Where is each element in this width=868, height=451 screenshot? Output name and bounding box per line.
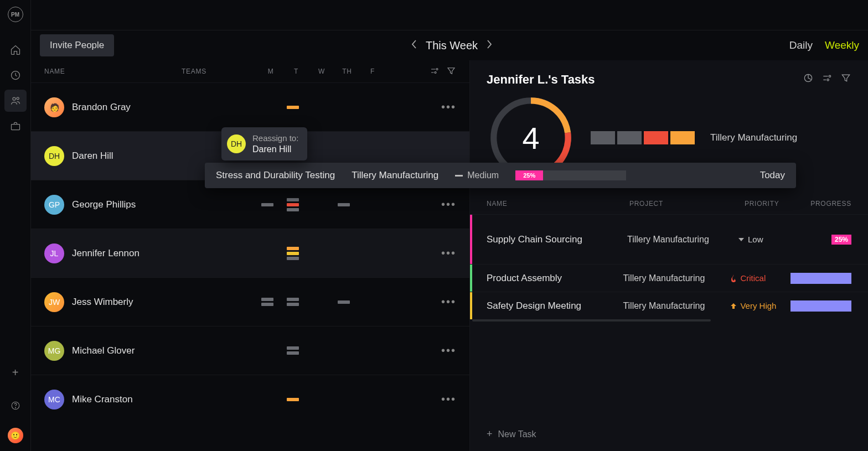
avatar: GP — [44, 195, 64, 215]
task-detail-panel: Jennifer L.'s Tasks — [469, 60, 868, 451]
next-period[interactable] — [485, 39, 493, 52]
svg-point-2 — [17, 97, 19, 100]
nav-recent[interactable] — [4, 64, 27, 86]
invite-button[interactable]: Invite People — [40, 34, 114, 56]
drag-task-progress: 25% — [515, 170, 626, 180]
person-row[interactable]: JL Jennifer Lennon ••• — [31, 229, 469, 277]
view-weekly[interactable]: Weekly — [825, 39, 859, 51]
drag-task-name: Stress and Durability Testing — [216, 170, 335, 181]
people-panel: NAME TEAMS M T W TH F — [31, 60, 469, 451]
reassign-tooltip: DH Reassign to: Daren Hill — [221, 127, 307, 160]
task-row[interactable]: Product Assembly Tillery Manufacturing C… — [470, 264, 868, 292]
people-icon — [10, 95, 21, 106]
user-avatar[interactable]: 🙂 — [8, 428, 23, 443]
svg-point-5 — [15, 407, 16, 408]
task-priority: Critical — [730, 273, 790, 283]
row-more[interactable]: ••• — [441, 198, 456, 211]
dash-icon — [455, 175, 463, 177]
mini-bars — [591, 131, 695, 144]
avatar: JL — [44, 243, 64, 263]
task-project: Tillery Manufacturing — [623, 301, 730, 311]
col-day-t: T — [283, 68, 309, 75]
nav-rail: PM + 🙂 — [0, 0, 31, 451]
row-more[interactable]: ••• — [441, 344, 456, 357]
task-project: Tillery Manufacturing — [627, 235, 738, 245]
person-name: Daren Hill — [72, 151, 183, 162]
person-name: Mike Cranston — [72, 394, 183, 405]
settings-icon[interactable] — [822, 72, 833, 86]
new-task-button[interactable]: + New Task — [470, 417, 868, 451]
tooltip-label: Reassign to: — [252, 133, 298, 144]
row-more[interactable]: ••• — [441, 296, 456, 308]
filter-icon[interactable] — [840, 72, 851, 86]
toolbar: Invite People This Week Daily Weekly — [31, 30, 868, 60]
plus-icon: + — [487, 428, 493, 440]
task-row[interactable]: Safety Design Meeting Tillery Manufactur… — [470, 292, 868, 319]
nav-people[interactable] — [4, 90, 27, 112]
nav-help[interactable] — [4, 395, 27, 417]
task-project: Tillery Manufacturing — [623, 273, 730, 283]
person-row[interactable]: MC Mike Cranston ••• — [31, 375, 469, 423]
task-priority: Low — [738, 235, 800, 244]
new-task-label: New Task — [498, 429, 536, 439]
drag-task-project: Tillery Manufacturing — [352, 170, 438, 181]
flame-icon — [730, 274, 737, 282]
col-day-th: TH — [334, 68, 360, 75]
avatar: 🧑 — [44, 97, 64, 117]
nav-home[interactable] — [4, 39, 27, 61]
chevron-left-icon — [410, 39, 418, 49]
col-day-w: W — [309, 68, 334, 75]
nav-projects[interactable] — [4, 115, 27, 137]
person-row[interactable]: 🧑 Brandon Gray ••• — [31, 82, 469, 131]
person-name: Jess Wimberly — [72, 297, 183, 308]
svg-rect-3 — [11, 125, 19, 130]
drag-task-due: Today — [760, 170, 785, 181]
detail-title: Jennifer L.'s Tasks — [487, 72, 803, 87]
view-daily[interactable]: Daily — [789, 39, 813, 51]
avatar: DH — [44, 146, 64, 166]
task-priority: Very High — [730, 301, 790, 310]
home-icon — [10, 44, 21, 55]
avatar: MG — [44, 341, 64, 361]
svg-point-6 — [436, 68, 438, 70]
avatar: DH — [227, 134, 246, 153]
row-more[interactable]: ••• — [441, 393, 456, 406]
filter-icon[interactable] — [446, 66, 456, 77]
chevron-down-icon — [738, 237, 745, 242]
drag-task-priority: Medium — [455, 170, 499, 180]
row-more[interactable]: ••• — [441, 247, 456, 260]
row-more[interactable]: ••• — [441, 101, 456, 113]
briefcase-icon — [10, 121, 21, 132]
clock-icon — [10, 70, 21, 81]
col-task-progress: PROGRESS — [804, 200, 851, 208]
col-task-priority: PRIORITY — [745, 200, 800, 208]
prev-period[interactable] — [410, 39, 418, 52]
help-icon — [11, 401, 20, 411]
summary-project: Tillery Manufacturing — [710, 132, 797, 143]
chevron-right-icon — [485, 39, 493, 49]
svg-point-9 — [829, 75, 830, 77]
task-name: Product Assembly — [487, 273, 623, 284]
settings-icon[interactable] — [430, 66, 440, 77]
person-row[interactable]: MG Michael Glover ••• — [31, 326, 469, 375]
task-name: Safety Design Meeting — [487, 300, 623, 312]
task-progress: 25% — [831, 235, 851, 245]
task-row[interactable]: Supply Chain Sourcing Tillery Manufactur… — [470, 214, 868, 264]
col-day-f: F — [360, 68, 385, 75]
person-name: Brandon Gray — [72, 102, 183, 113]
person-row[interactable]: JW Jess Wimberly ••• — [31, 277, 469, 326]
drag-task-card[interactable]: Stress and Durability Testing Tillery Ma… — [205, 163, 796, 188]
svg-point-10 — [827, 79, 829, 81]
horizontal-scrollbar[interactable] — [472, 319, 711, 322]
chart-icon[interactable] — [803, 72, 814, 86]
person-name: Jennifer Lennon — [72, 248, 183, 259]
svg-point-7 — [435, 71, 436, 73]
person-name: Michael Glover — [72, 345, 183, 356]
topbar — [31, 0, 868, 30]
nav-add[interactable]: + — [4, 361, 27, 383]
avatar: JW — [44, 292, 64, 312]
gauge-value: 4 — [522, 120, 539, 156]
task-progress-bar — [790, 300, 851, 312]
period-label: This Week — [426, 39, 478, 52]
col-task-name: NAME — [487, 200, 625, 208]
